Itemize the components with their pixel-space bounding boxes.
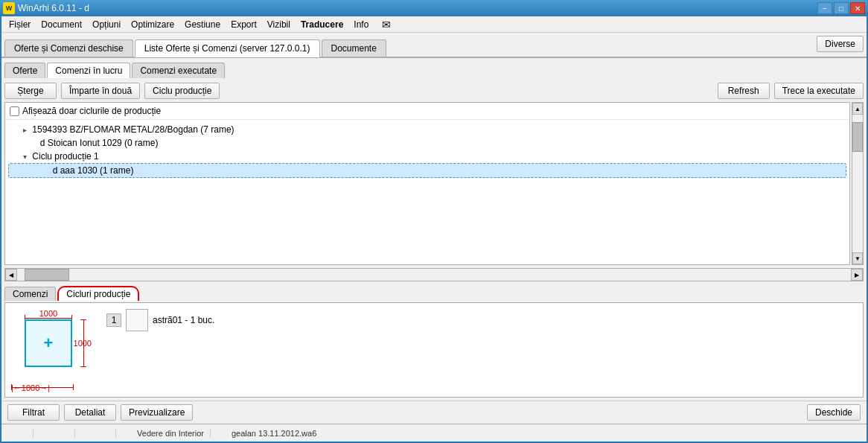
sub-tabs-row: Oferte Comenzi în lucru Comenzi executat…	[4, 61, 864, 78]
tree-item-text-4: d aaa 1030 (1 rame)	[53, 165, 134, 176]
top-tabs-row: Oferte și Comenzi deschise Liste Oferte …	[1, 33, 867, 58]
menu-export[interactable]: Export	[226, 18, 261, 31]
tree-item-ciclu[interactable]: ▾ Ciclu producție 1	[8, 150, 846, 163]
trece-button[interactable]: Trece la executate	[774, 83, 864, 99]
checkbox-label: Afișează doar ciclurile de producție	[22, 106, 161, 116]
sub-tab-comenzi-executate[interactable]: Comenzi executate	[132, 63, 225, 78]
bottom-tab-cicluri[interactable]: Cicluri producție	[57, 286, 139, 301]
sub-tab-oferte[interactable]: Oferte	[4, 63, 45, 78]
h-scrollbar-track[interactable]	[17, 269, 851, 281]
status-bar: Vedere din Interior gealan 13.11.2012.wa…	[1, 424, 867, 442]
status-empty-1	[7, 429, 33, 438]
dim-bottom-value: |←1000→|	[11, 383, 50, 392]
diverse-area: Diverse	[817, 36, 864, 57]
vertical-scrollbar[interactable]: ▲ ▼	[852, 102, 864, 265]
menu-gestiune[interactable]: Gestiune	[180, 18, 225, 31]
window-plus-symbol: +	[44, 334, 54, 353]
tree-area: ▸ 1594393 BZ/FLOMAR METAL/28/Bogdan (7 r…	[5, 120, 849, 264]
detaliat-button[interactable]: Detaliat	[64, 404, 116, 421]
top-tabs-container: Oferte și Comenzi deschise Liste Oferte …	[4, 39, 388, 57]
product-info: 1 astrã01 - 1 buc.	[106, 309, 214, 331]
dim-right-value: 1000	[74, 339, 92, 348]
tree-item-text-3: Ciclu producție 1	[32, 151, 98, 162]
tree-item-stoican[interactable]: d Stoican Ionut 1029 (0 rame)	[8, 136, 846, 150]
dim-line-top	[25, 318, 72, 319]
dim-top-value: 1000	[25, 309, 72, 318]
status-file: gealan 13.11.2012.wa6	[226, 429, 322, 438]
tree-item-text-1: 1594393 BZ/FLOMAR METAL/28/Bogdan (7 ram…	[32, 124, 234, 135]
tree-panel-row: Afișează doar ciclurile de producție ▸ 1…	[4, 102, 864, 265]
footer-row: Filtrat Detaliat Previzualizare Deschide	[1, 401, 867, 424]
window-controls: − □ ✕	[817, 2, 865, 14]
menu-fisier[interactable]: Fișier	[4, 18, 35, 31]
bottom-content-panel: 1000 + 1000	[4, 302, 864, 398]
scroll-right-arrow[interactable]: ▶	[851, 269, 863, 281]
window-box: +	[25, 319, 72, 367]
title-text: WinArhi 6.0.11 - d	[18, 3, 89, 13]
bottom-tab-comenzi[interactable]: Comenzi	[4, 287, 56, 301]
scroll-down-arrow[interactable]: ▼	[852, 252, 863, 264]
product-thumbnail-1	[126, 309, 148, 331]
scrollbar-thumb[interactable]	[852, 122, 863, 152]
horizontal-scrollbar[interactable]: ◀ ▶	[4, 268, 864, 281]
tab-oferte-comenzi[interactable]: Oferte și Comenzi deschise	[4, 39, 133, 57]
menu-info[interactable]: Info	[349, 18, 373, 31]
status-empty-2	[48, 429, 74, 438]
filtrat-button[interactable]: Filtrat	[7, 404, 60, 421]
tab-liste[interactable]: Liste Oferte și Comenzi (server 127.0.0.…	[135, 39, 320, 57]
maximize-button[interactable]: □	[834, 2, 849, 14]
sterge-button[interactable]: Șterge	[4, 83, 57, 99]
previzualizare-button[interactable]: Previzualizare	[121, 404, 193, 421]
menu-optimizare[interactable]: Optimizare	[127, 18, 179, 31]
menu-document[interactable]: Document	[36, 18, 86, 31]
checkbox-row: Afișează doar ciclurile de producție	[5, 103, 849, 120]
close-button[interactable]: ✕	[850, 2, 865, 14]
menu-optiuni[interactable]: Opțiuni	[88, 18, 125, 31]
status-empty-3	[90, 429, 116, 438]
scroll-up-arrow[interactable]: ▲	[852, 103, 863, 115]
filter-checkbox[interactable]	[10, 106, 19, 116]
status-view: Vedere din Interior	[131, 429, 211, 438]
tree-item-1594393[interactable]: ▸ 1594393 BZ/FLOMAR METAL/28/Bogdan (7 r…	[8, 123, 846, 136]
imparte-button[interactable]: Împarte în două	[61, 83, 140, 99]
ciclu-button[interactable]: Ciclu producție	[144, 83, 220, 99]
bottom-tabs-row: Comenzi Cicluri producție	[4, 286, 864, 301]
tree-item-aaa[interactable]: d aaa 1030 (1 rame)	[8, 163, 846, 178]
action-buttons-row: Șterge Împarte în două Ciclu producție R…	[4, 80, 864, 101]
envelope-icon[interactable]: ✉	[377, 17, 395, 32]
menu-traducere[interactable]: Traducere	[296, 18, 348, 31]
scroll-left-arrow[interactable]: ◀	[5, 269, 17, 281]
title-bar-left: W WinArhi 6.0.11 - d	[3, 2, 89, 14]
window-diagram: 1000 + 1000	[11, 309, 86, 391]
minimize-button[interactable]: −	[817, 2, 832, 14]
product-desc-1: astrã01 - 1 buc.	[153, 315, 214, 325]
product-row-1: 1 astrã01 - 1 buc.	[106, 309, 214, 331]
app-icon: W	[3, 2, 15, 14]
product-num-1: 1	[106, 313, 121, 327]
main-tree-panel: Afișează doar ciclurile de producție ▸ 1…	[4, 102, 850, 265]
deschide-button[interactable]: Deschide	[807, 404, 861, 421]
menu-vizibil[interactable]: Vizibil	[263, 18, 295, 31]
expand-icon-1: ▸	[23, 126, 27, 134]
sub-tab-comenzi-lucru[interactable]: Comenzi în lucru	[47, 63, 130, 78]
diverse-button[interactable]: Diverse	[817, 36, 864, 52]
preview-content: 1000 + 1000	[11, 309, 857, 391]
refresh-button[interactable]: Refresh	[718, 83, 770, 99]
main-window: Fișier Document Opțiuni Optimizare Gesti…	[0, 16, 868, 443]
menu-bar: Fișier Document Opțiuni Optimizare Gesti…	[1, 16, 867, 33]
content-area: Oferte Comenzi în lucru Comenzi executat…	[1, 58, 867, 401]
title-bar: W WinArhi 6.0.11 - d − □ ✕	[0, 0, 868, 16]
tree-item-text-2: d Stoican Ionut 1029 (0 rame)	[40, 138, 159, 148]
h-scrollbar-thumb[interactable]	[25, 269, 69, 281]
tab-documente[interactable]: Documente	[322, 39, 386, 57]
collapse-icon-1: ▾	[23, 153, 27, 161]
scrollbar-track[interactable]	[852, 115, 863, 252]
